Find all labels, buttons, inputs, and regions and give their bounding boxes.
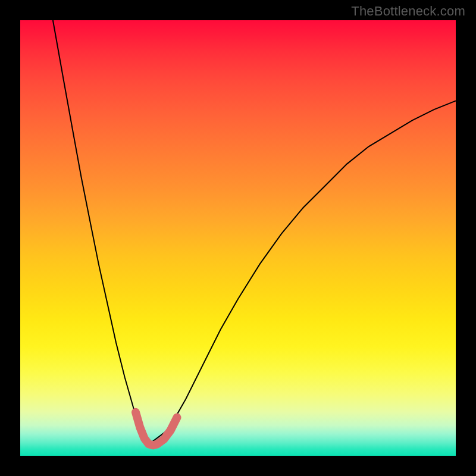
bottleneck-curve [53, 20, 456, 443]
watermark-text: TheBottleneck.com [351, 4, 465, 19]
min-marker [136, 412, 177, 446]
chart-frame: TheBottleneck.com [0, 0, 476, 476]
chart-svg [20, 20, 456, 456]
plot-area [20, 20, 456, 456]
